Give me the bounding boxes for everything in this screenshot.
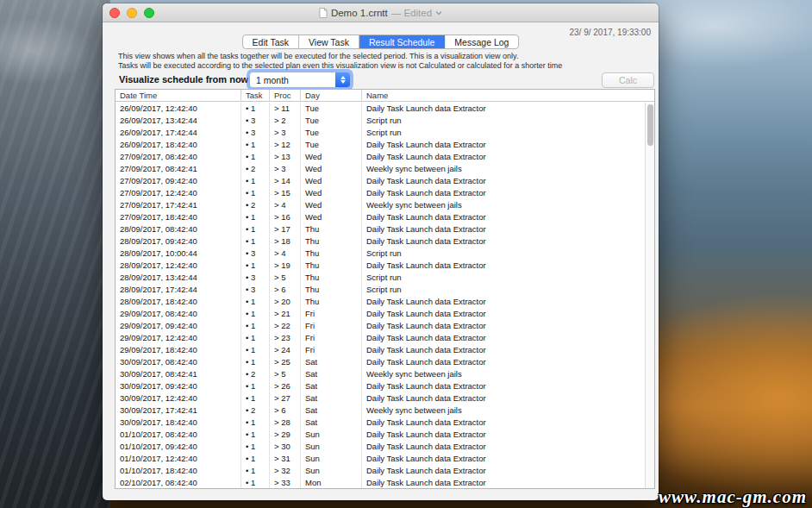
cell-day: Tue bbox=[301, 127, 362, 139]
cell-name: Daily Task Launch data Extractor bbox=[362, 139, 654, 151]
description-line-1: This view shows when all the tasks toget… bbox=[118, 52, 641, 61]
table-row[interactable]: 26/09/2017, 18:42:40 • 1 > 12 Tue Daily … bbox=[116, 139, 654, 151]
cell-task: • 1 bbox=[241, 187, 270, 199]
column-header-name[interactable]: Name bbox=[362, 90, 654, 101]
cell-task: • 3 bbox=[241, 272, 270, 284]
table-row[interactable]: 29/09/2017, 08:42:40 • 1 > 21 Fri Daily … bbox=[116, 308, 654, 320]
tab-edit-task[interactable]: Edit Task bbox=[243, 35, 299, 48]
table-row[interactable]: 30/09/2017, 12:42:40 • 1 > 27 Sat Daily … bbox=[116, 392, 654, 405]
cell-day: Sun bbox=[301, 429, 362, 441]
table-row[interactable]: 29/09/2017, 09:42:40 • 1 > 22 Fri Daily … bbox=[116, 320, 654, 332]
cell-task: • 1 bbox=[241, 356, 270, 368]
cell-task: • 1 bbox=[241, 453, 270, 465]
column-header-day[interactable]: Day bbox=[301, 90, 362, 101]
traffic-lights bbox=[109, 8, 154, 18]
column-header-proc[interactable]: Proc bbox=[270, 90, 301, 101]
cell-name: Daily Task Launch data Extractor bbox=[362, 356, 654, 368]
period-select[interactable]: 1 month bbox=[249, 72, 351, 88]
table-row[interactable]: 27/09/2017, 08:42:41 • 2 > 3 Wed Weekly … bbox=[116, 163, 654, 175]
table-row[interactable]: 27/09/2017, 18:42:40 • 1 > 16 Wed Daily … bbox=[116, 211, 654, 223]
close-button[interactable] bbox=[109, 8, 120, 18]
cell-datetime: 28/09/2017, 17:42:44 bbox=[116, 284, 241, 296]
scrollbar-thumb[interactable] bbox=[647, 104, 653, 146]
chevron-down-icon[interactable] bbox=[435, 10, 442, 16]
table-row[interactable]: 27/09/2017, 09:42:40 • 1 > 14 Wed Daily … bbox=[116, 175, 654, 187]
cell-proc: > 30 bbox=[270, 441, 301, 453]
cell-day: Thu bbox=[301, 223, 362, 235]
cell-day: Wed bbox=[301, 151, 362, 163]
cell-datetime: 01/10/2017, 18:42:40 bbox=[116, 465, 241, 477]
table-row[interactable]: 26/09/2017, 13:42:44 • 3 > 2 Tue Script … bbox=[116, 115, 654, 127]
table-row[interactable]: 28/09/2017, 09:42:40 • 1 > 18 Thu Daily … bbox=[116, 235, 654, 248]
zoom-button[interactable] bbox=[144, 8, 154, 18]
cell-task: • 2 bbox=[241, 163, 270, 175]
table-row[interactable]: 26/09/2017, 17:42:44 • 3 > 3 Tue Script … bbox=[116, 127, 654, 139]
cell-task: • 1 bbox=[241, 308, 270, 320]
cell-datetime: 01/10/2017, 09:42:40 bbox=[116, 441, 241, 453]
tab-result-schedule[interactable]: Result Schedule bbox=[359, 35, 445, 48]
minimize-button[interactable] bbox=[127, 8, 137, 18]
column-header-date-time[interactable]: Date Time bbox=[116, 90, 241, 101]
table-row[interactable]: 30/09/2017, 08:42:40 • 1 > 25 Sat Daily … bbox=[116, 356, 654, 368]
cell-proc: > 6 bbox=[270, 405, 301, 417]
table-row[interactable]: 01/10/2017, 12:42:40 • 1 > 31 Sun Daily … bbox=[116, 453, 654, 465]
cell-day: Fri bbox=[301, 344, 362, 356]
stepper-down-icon bbox=[340, 80, 346, 84]
cell-proc: > 32 bbox=[270, 465, 301, 477]
tab-message-log[interactable]: Message Log bbox=[445, 35, 518, 48]
cell-proc: > 33 bbox=[270, 477, 301, 488]
table-row[interactable]: 30/09/2017, 09:42:40 • 1 > 26 Sat Daily … bbox=[116, 380, 654, 392]
table-row[interactable]: 27/09/2017, 12:42:40 • 1 > 15 Wed Daily … bbox=[116, 187, 654, 199]
stepper-up-icon bbox=[340, 76, 346, 79]
controls-row: Visualize schedule from now to: 1 month … bbox=[103, 71, 659, 90]
cell-proc: > 31 bbox=[270, 453, 301, 465]
titlebar[interactable]: Demo 1.crntt — Edited bbox=[103, 3, 659, 22]
cell-task: • 1 bbox=[241, 380, 270, 392]
table-row[interactable]: 30/09/2017, 17:42:41 • 2 > 6 Sat Weekly … bbox=[116, 405, 654, 417]
cell-day: Sat bbox=[301, 380, 362, 392]
table-row[interactable]: 26/09/2017, 12:42:40 • 1 > 11 Tue Daily … bbox=[116, 103, 654, 115]
schedule-table: Date Time Task Proc Day Name 26/09/2017,… bbox=[115, 89, 655, 489]
table-row[interactable]: 30/09/2017, 08:42:41 • 2 > 5 Sat Weekly … bbox=[116, 368, 654, 380]
cell-name: Daily Task Launch data Extractor bbox=[362, 151, 654, 163]
table-row[interactable]: 28/09/2017, 17:42:44 • 3 > 6 Thu Script … bbox=[116, 284, 654, 296]
table-row[interactable]: 30/09/2017, 18:42:40 • 1 > 28 Sat Daily … bbox=[116, 417, 654, 429]
current-datetime: 23/ 9/ 2017, 19:33:00 bbox=[569, 28, 651, 37]
cell-name: Daily Task Launch data Extractor bbox=[362, 235, 654, 248]
calc-button[interactable]: Calc bbox=[602, 72, 654, 88]
table-row[interactable]: 29/09/2017, 12:42:40 • 1 > 23 Fri Daily … bbox=[116, 332, 654, 344]
cell-task: • 2 bbox=[241, 405, 270, 417]
table-row[interactable]: 27/09/2017, 08:42:40 • 1 > 13 Wed Daily … bbox=[116, 151, 654, 163]
cell-task: • 1 bbox=[241, 211, 270, 223]
column-header-task[interactable]: Task bbox=[241, 90, 270, 101]
cell-task: • 1 bbox=[241, 417, 270, 429]
table-row[interactable]: 29/09/2017, 18:42:40 • 1 > 24 Fri Daily … bbox=[116, 344, 654, 356]
table-row[interactable]: 28/09/2017, 13:42:44 • 3 > 5 Thu Script … bbox=[116, 272, 654, 284]
cell-proc: > 13 bbox=[270, 151, 301, 163]
cell-datetime: 29/09/2017, 18:42:40 bbox=[116, 344, 241, 356]
cell-task: • 1 bbox=[241, 139, 270, 151]
cell-datetime: 02/10/2017, 08:42:40 bbox=[116, 477, 241, 488]
cell-task: • 1 bbox=[241, 332, 270, 344]
app-window: Demo 1.crntt — Edited 23/ 9/ 2017, 19:33… bbox=[103, 3, 659, 500]
table-row[interactable]: 28/09/2017, 18:42:40 • 1 > 20 Thu Daily … bbox=[116, 296, 654, 308]
table-row[interactable]: 01/10/2017, 09:42:40 • 1 > 30 Sun Daily … bbox=[116, 441, 654, 453]
table-row[interactable]: 27/09/2017, 17:42:41 • 2 > 4 Wed Weekly … bbox=[116, 199, 654, 211]
cell-datetime: 26/09/2017, 12:42:40 bbox=[116, 103, 241, 115]
table-row[interactable]: 02/10/2017, 08:42:40 • 1 > 33 Mon Daily … bbox=[116, 477, 654, 488]
tab-view-task[interactable]: View Task bbox=[299, 35, 359, 48]
cell-proc: > 26 bbox=[270, 380, 301, 392]
cell-name: Daily Task Launch data Extractor bbox=[362, 320, 654, 332]
cell-datetime: 27/09/2017, 12:42:40 bbox=[116, 187, 241, 199]
table-row[interactable]: 01/10/2017, 08:42:40 • 1 > 29 Sun Daily … bbox=[116, 429, 654, 441]
cell-proc: > 24 bbox=[270, 344, 301, 356]
table-row[interactable]: 28/09/2017, 08:42:40 • 1 > 17 Thu Daily … bbox=[116, 223, 654, 235]
table-row[interactable]: 28/09/2017, 12:42:40 • 1 > 19 Thu Daily … bbox=[116, 260, 654, 272]
edited-label: — Edited bbox=[391, 8, 432, 18]
table-row[interactable]: 01/10/2017, 18:42:40 • 1 > 32 Sun Daily … bbox=[116, 465, 654, 477]
cell-name: Script run bbox=[362, 272, 654, 284]
table-scrollbar[interactable] bbox=[645, 103, 654, 488]
cell-proc: > 29 bbox=[270, 429, 301, 441]
table-row[interactable]: 28/09/2017, 10:00:44 • 3 > 4 Thu Script … bbox=[116, 248, 654, 260]
cell-datetime: 27/09/2017, 17:42:41 bbox=[116, 199, 241, 211]
